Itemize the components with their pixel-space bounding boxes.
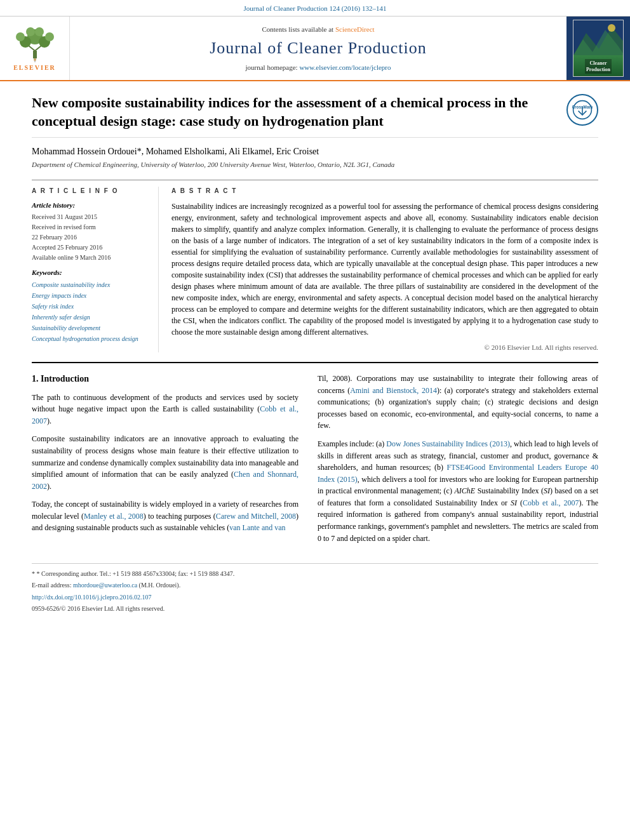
doi-line: http://dx.doi.org/10.1016/j.jclepro.2016… — [32, 592, 598, 602]
elsevier-tree-icon — [13, 24, 57, 62]
introduction-left-column: 1. Introduction The path to continuous d… — [32, 373, 298, 550]
doi-link[interactable]: http://dx.doi.org/10.1016/j.jclepro.2016… — [32, 594, 151, 601]
carew-ref-link[interactable]: Carew and Mitchell, 2008 — [216, 512, 296, 521]
footnote-star: * — [32, 570, 37, 577]
main-content: New composite sustainability indices for… — [0, 81, 630, 628]
abstract-text: Sustainability indices are increasingly … — [171, 201, 598, 338]
citation-text: Journal of Cleaner Production 124 (2016)… — [244, 4, 387, 12]
revised-date: 22 February 2016 — [32, 232, 145, 243]
section-number: 1. — [32, 374, 39, 383]
journal-title: Journal of Cleaner Production — [210, 37, 427, 60]
svg-point-10 — [34, 58, 36, 61]
affiliation-line: Department of Chemical Engineering, Univ… — [32, 160, 598, 170]
svg-point-8 — [26, 27, 35, 36]
introduction-right-column: Til, 2008). Corporations may use sustain… — [318, 373, 598, 550]
amini-ref-link[interactable]: Amini and Bienstock, 2014 — [350, 386, 437, 395]
keyword-3: Safety risk index — [32, 301, 145, 312]
introduction-title: 1. Introduction — [32, 373, 298, 385]
issn-line: 0959-6526/© 2016 Elsevier Ltd. All right… — [32, 604, 598, 613]
intro-right-paragraph-1: Til, 2008). Corporations may use sustain… — [318, 373, 598, 432]
footnote-email: E-mail address: mhordoue@uwaterloo.ca (M… — [32, 580, 598, 590]
introduction-section: 1. Introduction The path to continuous d… — [32, 373, 598, 550]
section-title-text: Introduction — [41, 374, 89, 383]
article-info-label: A R T I C L E I N F O — [32, 187, 145, 196]
section-divider — [32, 362, 598, 363]
keyword-4: Inherently safer design — [32, 312, 145, 323]
svg-point-15 — [608, 24, 615, 32]
crossmark-icon: CrossMark — [572, 100, 593, 120]
received-date: Received 31 August 2015 — [32, 212, 145, 222]
email-link[interactable]: mhordoue@uwaterloo.ca — [73, 582, 137, 589]
journal-center-header: Contents lists available at ScienceDirec… — [70, 17, 566, 80]
article-title-section: New composite sustainability indices for… — [32, 94, 598, 137]
revised-label: Received in revised form — [32, 222, 145, 232]
article-dates: Received 31 August 2015 Received in revi… — [32, 212, 145, 263]
svg-rect-0 — [33, 51, 37, 58]
keyword-1: Composite sustainability index — [32, 279, 145, 290]
dow-jones-ref-link[interactable]: Dow Jones Sustainability Indices (2013) — [386, 439, 510, 448]
accepted-date: Accepted 25 February 2016 — [32, 243, 145, 253]
article-abstract-column: A B S T R A C T Sustainability indices a… — [159, 187, 598, 352]
keyword-2: Energy impacts index — [32, 290, 145, 301]
sciencedirect-link[interactable]: ScienceDirect — [335, 25, 375, 33]
footnote-corresponding: * * Corresponding author. Tel.: +1 519 8… — [32, 569, 598, 578]
elsevier-logo-area: ELSEVIER — [0, 17, 70, 80]
intro-paragraph-3: Today, the concept of sustainability is … — [32, 498, 298, 534]
homepage-line: journal homepage: www.elsevier.com/locat… — [246, 63, 391, 72]
article-body: A R T I C L E I N F O Article history: R… — [32, 180, 598, 352]
journal-cover-image: Cleaner Production — [573, 20, 624, 77]
cover-landscape-svg — [573, 20, 624, 55]
cobb2-ref-link[interactable]: Cobb et al., 2007 — [523, 498, 579, 507]
svg-point-6 — [16, 32, 25, 41]
sciencedirect-line: Contents lists available at ScienceDirec… — [262, 25, 374, 34]
available-date: Available online 9 March 2016 — [32, 253, 145, 263]
intro-paragraph-1: The path to continuous development of th… — [32, 392, 298, 427]
vanlante-ref-link[interactable]: van Lante and van — [229, 523, 285, 532]
intro-right-paragraph-2: Examples include: (a) Dow Jones Sustaina… — [318, 438, 598, 544]
homepage-link[interactable]: www.elsevier.com/locate/jclepro — [299, 63, 391, 71]
svg-point-7 — [45, 32, 54, 41]
keywords-list: Composite sustainability index Energy im… — [32, 279, 145, 344]
abstract-label: A B S T R A C T — [171, 187, 598, 196]
crossmark-badge: CrossMark — [566, 94, 598, 126]
article-history-label: Article history: — [32, 201, 145, 210]
article-info-column: A R T I C L E I N F O Article history: R… — [32, 187, 159, 352]
cover-title: Cleaner Production — [585, 59, 612, 74]
authors-text: Mohammad Hossein Ordouei*, Mohamed Elsho… — [32, 147, 319, 156]
keyword-6: Conceptual hydrogenation process design — [32, 333, 145, 344]
elsevier-wordmark: ELSEVIER — [13, 63, 56, 72]
article-footer: * * Corresponding author. Tel.: +1 519 8… — [32, 563, 598, 613]
ftse-ref-link[interactable]: FTSE4Good Environmental Leaders Europe 4… — [318, 463, 598, 484]
keywords-label: Keywords: — [32, 268, 145, 277]
intro-paragraph-2: Composite sustainability indicators are … — [32, 433, 298, 492]
journal-citation-bar: Journal of Cleaner Production 124 (2016)… — [0, 0, 630, 17]
keyword-5: Sustainability development — [32, 323, 145, 333]
manley-ref-link[interactable]: Manley et al., 2008 — [84, 512, 144, 521]
copyright-line: © 2016 Elsevier Ltd. All rights reserved… — [171, 343, 598, 352]
journal-header: ELSEVIER Contents lists available at Sci… — [0, 17, 630, 81]
article-title: New composite sustainability indices for… — [32, 94, 566, 130]
authors-line: Mohammad Hossein Ordouei*, Mohamed Elsho… — [32, 145, 598, 158]
svg-point-9 — [35, 27, 44, 36]
cobb-ref-link[interactable]: Cobb et al., 2007 — [32, 404, 298, 425]
journal-cover-area: Cleaner Production — [566, 17, 630, 80]
chen-ref-link[interactable]: Chen and Shonnard, 2002 — [32, 470, 298, 491]
